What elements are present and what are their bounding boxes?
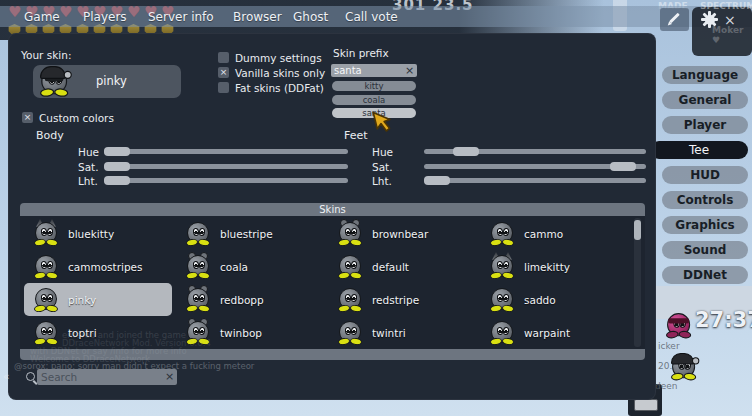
body-hue-label: Hue: [78, 146, 99, 158]
tee-foot: [350, 304, 363, 313]
slider-handle[interactable]: [610, 162, 636, 171]
body-sat-slider[interactable]: [104, 164, 348, 169]
gear-center: [705, 15, 715, 25]
tee-foot: [39, 87, 54, 97]
menubar-item-browser[interactable]: Browser: [233, 10, 282, 24]
sidebar-tab-player[interactable]: Player: [662, 116, 748, 134]
checkbox-fat-skins-ddfat-[interactable]: [218, 82, 229, 93]
skin-tee-icon: [338, 319, 362, 345]
body-hue-slider[interactable]: [104, 149, 348, 154]
body-lht-slider[interactable]: [104, 178, 348, 183]
search-clear-icon[interactable]: ×: [165, 370, 174, 383]
skin-item-limekitty[interactable]: limekitty: [480, 250, 628, 283]
your-skin-label: Your skin:: [21, 49, 71, 61]
sidebar-tab-sound[interactable]: Sound: [662, 241, 748, 259]
skin-tee-icon: [490, 253, 514, 279]
skin-name-label: twinbop: [220, 327, 262, 339]
skin-item-saddo[interactable]: saddo: [480, 283, 628, 316]
tee-foot: [502, 337, 515, 346]
feet-hue-slider[interactable]: [424, 149, 646, 154]
tee-headband: [668, 318, 689, 323]
menubar-item-players[interactable]: Players: [83, 10, 127, 24]
checkbox-label[interactable]: Vanilla skins only: [235, 67, 325, 79]
tee-foot: [350, 337, 363, 346]
player-name-kicker: icker: [658, 341, 680, 351]
tee-foot: [338, 271, 351, 280]
checkbox-dummy-settings[interactable]: [218, 52, 229, 63]
feet-sat-label: Sat.: [372, 161, 393, 173]
sidebar-tab-graphics[interactable]: Graphics: [662, 216, 748, 234]
skin-name-label: bluestripe: [220, 228, 273, 240]
skin-item-pinky[interactable]: pinky: [24, 283, 172, 316]
tee-foot: [502, 238, 515, 247]
skin-item-bluekitty[interactable]: bluekitty: [24, 217, 172, 250]
sidebar-tab-tee[interactable]: Tee: [650, 141, 748, 159]
tee-foot: [490, 271, 503, 280]
checkbox-custom-colors[interactable]: ×: [22, 112, 33, 123]
checkbox-label[interactable]: Fat skins (DDFat): [235, 82, 324, 94]
skin-item-cammostripes[interactable]: cammostripes: [24, 250, 172, 283]
sidebar-tab-ddnet[interactable]: DDNet: [662, 266, 748, 284]
menubar-item-server-info[interactable]: Server info: [148, 10, 214, 24]
skin-item-redstripe[interactable]: redstripe: [328, 283, 476, 316]
editor-button[interactable]: [660, 8, 689, 31]
skin-item-default[interactable]: default: [328, 250, 476, 283]
search-icon: [26, 372, 35, 381]
menubar-item-call-vote[interactable]: Call vote: [345, 10, 398, 24]
skin-item-bluestripe[interactable]: bluestripe: [176, 217, 324, 250]
menubar-item-ghost[interactable]: Ghost: [293, 10, 328, 24]
prefix-clear-icon[interactable]: ×: [405, 64, 414, 77]
tee-foot: [34, 238, 47, 247]
slider-handle[interactable]: [104, 147, 130, 156]
sidebar-tab-hud[interactable]: HUD: [662, 166, 748, 184]
skin-item-redbopp[interactable]: redbopp: [176, 283, 324, 316]
skin-name-label: cammo: [524, 228, 563, 240]
skin-item-cammo[interactable]: cammo: [480, 217, 628, 250]
tee-foot: [34, 304, 47, 313]
tee-foot: [54, 87, 69, 97]
custom-colors-label[interactable]: Custom colors: [39, 112, 114, 124]
checkbox-vanilla-skins-only[interactable]: ×: [218, 67, 229, 78]
skin-item-brownbear[interactable]: brownbear: [328, 217, 476, 250]
prefix-option-coala[interactable]: coala: [332, 95, 416, 105]
slider-handle[interactable]: [424, 176, 450, 185]
skin-tee-icon: [186, 253, 210, 279]
sidebar-tab-controls[interactable]: Controls: [662, 191, 748, 209]
skin-tee-icon: [490, 286, 514, 312]
pencil-icon: [669, 13, 680, 24]
slider-handle[interactable]: [104, 176, 130, 185]
search-input[interactable]: [37, 369, 177, 385]
tee-foot: [502, 271, 515, 280]
skin-name-label: twintri: [372, 327, 406, 339]
skins-list-header: Skins: [20, 203, 645, 216]
skin-name-label: warpaint: [524, 327, 570, 339]
tee-foot: [198, 238, 211, 247]
skin-item-twintri[interactable]: twintri: [328, 316, 476, 349]
tee-foot: [46, 271, 59, 280]
slider-handle[interactable]: [453, 147, 479, 156]
feet-sat-slider[interactable]: [424, 164, 646, 169]
sidebar-tab-language[interactable]: Language: [662, 66, 748, 84]
skin-tee-icon: [186, 220, 210, 246]
menubar-item-game[interactable]: Game: [24, 10, 60, 24]
slider-handle[interactable]: [104, 162, 130, 171]
tee-foot: [683, 372, 697, 381]
skin-tee-icon: [34, 286, 58, 312]
tee-foot: [502, 304, 515, 313]
skin-name-label: cammostripes: [68, 261, 143, 273]
checkbox-label[interactable]: Dummy settings: [235, 52, 322, 64]
tee-foot: [186, 271, 199, 280]
tee-foot: [338, 337, 351, 346]
sidebar-tab-general[interactable]: General: [662, 91, 748, 109]
body-section-label: Body: [36, 129, 64, 142]
feet-lht-slider[interactable]: [424, 178, 646, 183]
skin-item-warpaint[interactable]: warpaint: [480, 316, 628, 349]
skins-scrollbar-thumb[interactable]: [634, 220, 641, 240]
skin-tee-icon: [338, 286, 362, 312]
skin-tee-icon: [34, 253, 58, 279]
race-timer: 27:37: [695, 308, 752, 332]
skin-item-coala[interactable]: coala: [176, 250, 324, 283]
body-sat-label: Sat.: [78, 161, 99, 173]
background-console-button: [634, 399, 658, 411]
prefix-option-kitty[interactable]: kitty: [332, 81, 416, 91]
